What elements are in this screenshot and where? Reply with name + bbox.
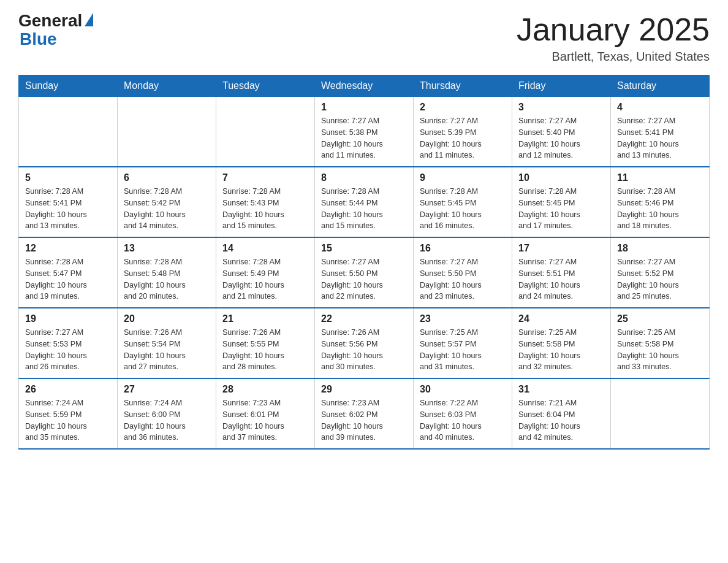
calendar-cell: 12Sunrise: 7:28 AMSunset: 5:47 PMDayligh… xyxy=(19,237,118,308)
day-info: Sunrise: 7:27 AMSunset: 5:40 PMDaylight:… xyxy=(518,115,604,161)
day-info: Sunrise: 7:28 AMSunset: 5:43 PMDaylight:… xyxy=(222,186,308,232)
calendar-cell: 6Sunrise: 7:28 AMSunset: 5:42 PMDaylight… xyxy=(118,167,216,237)
calendar-cell: 21Sunrise: 7:26 AMSunset: 5:55 PMDayligh… xyxy=(216,308,315,378)
day-number: 7 xyxy=(222,172,308,183)
calendar-cell: 22Sunrise: 7:26 AMSunset: 5:56 PMDayligh… xyxy=(315,308,414,378)
calendar-cell: 26Sunrise: 7:24 AMSunset: 5:59 PMDayligh… xyxy=(19,378,118,449)
calendar-cell: 5Sunrise: 7:28 AMSunset: 5:41 PMDaylight… xyxy=(19,167,118,237)
calendar-cell xyxy=(118,97,216,167)
day-info: Sunrise: 7:24 AMSunset: 5:59 PMDaylight:… xyxy=(25,397,111,443)
calendar-cell: 10Sunrise: 7:28 AMSunset: 5:45 PMDayligh… xyxy=(512,167,611,237)
day-info: Sunrise: 7:27 AMSunset: 5:38 PMDaylight:… xyxy=(321,115,407,161)
logo: General Blue xyxy=(18,12,93,48)
day-number: 28 xyxy=(222,384,308,395)
title-area: January 2025 Bartlett, Texas, United Sta… xyxy=(517,12,710,64)
day-info: Sunrise: 7:28 AMSunset: 5:41 PMDaylight:… xyxy=(25,186,111,232)
day-number: 17 xyxy=(518,243,604,254)
day-number: 3 xyxy=(518,102,604,113)
day-number: 2 xyxy=(420,102,506,113)
calendar-cell: 27Sunrise: 7:24 AMSunset: 6:00 PMDayligh… xyxy=(118,378,216,449)
day-number: 29 xyxy=(321,384,407,395)
calendar-cell: 30Sunrise: 7:22 AMSunset: 6:03 PMDayligh… xyxy=(414,378,512,449)
day-number: 31 xyxy=(518,384,604,395)
day-info: Sunrise: 7:25 AMSunset: 5:58 PMDaylight:… xyxy=(518,327,604,373)
day-info: Sunrise: 7:27 AMSunset: 5:50 PMDaylight:… xyxy=(420,256,506,302)
day-info: Sunrise: 7:22 AMSunset: 6:03 PMDaylight:… xyxy=(420,397,506,443)
day-number: 8 xyxy=(321,172,407,183)
day-number: 14 xyxy=(222,243,308,254)
day-number: 6 xyxy=(124,172,210,183)
calendar-cell xyxy=(611,378,710,449)
logo-blue-text: Blue xyxy=(18,31,57,48)
day-number: 26 xyxy=(25,384,111,395)
day-info: Sunrise: 7:27 AMSunset: 5:53 PMDaylight:… xyxy=(25,327,111,373)
day-info: Sunrise: 7:28 AMSunset: 5:45 PMDaylight:… xyxy=(420,186,506,232)
day-number: 22 xyxy=(321,313,407,324)
calendar-cell: 20Sunrise: 7:26 AMSunset: 5:54 PMDayligh… xyxy=(118,308,216,378)
calendar-cell: 18Sunrise: 7:27 AMSunset: 5:52 PMDayligh… xyxy=(611,237,710,308)
week-row-3: 12Sunrise: 7:28 AMSunset: 5:47 PMDayligh… xyxy=(19,237,710,308)
day-number: 27 xyxy=(124,384,210,395)
day-info: Sunrise: 7:21 AMSunset: 6:04 PMDaylight:… xyxy=(518,397,604,443)
calendar-cell: 1Sunrise: 7:27 AMSunset: 5:38 PMDaylight… xyxy=(315,97,414,167)
calendar-cell: 28Sunrise: 7:23 AMSunset: 6:01 PMDayligh… xyxy=(216,378,315,449)
day-info: Sunrise: 7:25 AMSunset: 5:57 PMDaylight:… xyxy=(420,327,506,373)
day-info: Sunrise: 7:26 AMSunset: 5:54 PMDaylight:… xyxy=(124,327,210,373)
calendar-table: SundayMondayTuesdayWednesdayThursdayFrid… xyxy=(18,75,710,450)
logo-top: General xyxy=(18,12,93,29)
day-info: Sunrise: 7:24 AMSunset: 6:00 PMDaylight:… xyxy=(124,397,210,443)
day-number: 19 xyxy=(25,313,111,324)
calendar-cell: 9Sunrise: 7:28 AMSunset: 5:45 PMDaylight… xyxy=(414,167,512,237)
calendar-cell: 13Sunrise: 7:28 AMSunset: 5:48 PMDayligh… xyxy=(118,237,216,308)
weekday-header-friday: Friday xyxy=(512,75,611,97)
day-number: 12 xyxy=(25,243,111,254)
day-number: 25 xyxy=(617,313,703,324)
calendar-cell: 2Sunrise: 7:27 AMSunset: 5:39 PMDaylight… xyxy=(414,97,512,167)
calendar-cell: 23Sunrise: 7:25 AMSunset: 5:57 PMDayligh… xyxy=(414,308,512,378)
calendar-cell: 8Sunrise: 7:28 AMSunset: 5:44 PMDaylight… xyxy=(315,167,414,237)
day-info: Sunrise: 7:28 AMSunset: 5:44 PMDaylight:… xyxy=(321,186,407,232)
day-info: Sunrise: 7:27 AMSunset: 5:52 PMDaylight:… xyxy=(617,256,703,302)
day-info: Sunrise: 7:28 AMSunset: 5:47 PMDaylight:… xyxy=(25,256,111,302)
day-info: Sunrise: 7:27 AMSunset: 5:51 PMDaylight:… xyxy=(518,256,604,302)
location-subtitle: Bartlett, Texas, United States xyxy=(517,50,710,64)
day-number: 15 xyxy=(321,243,407,254)
day-info: Sunrise: 7:28 AMSunset: 5:45 PMDaylight:… xyxy=(518,186,604,232)
day-info: Sunrise: 7:23 AMSunset: 6:02 PMDaylight:… xyxy=(321,397,407,443)
calendar-cell: 7Sunrise: 7:28 AMSunset: 5:43 PMDaylight… xyxy=(216,167,315,237)
day-info: Sunrise: 7:27 AMSunset: 5:50 PMDaylight:… xyxy=(321,256,407,302)
calendar-cell: 17Sunrise: 7:27 AMSunset: 5:51 PMDayligh… xyxy=(512,237,611,308)
calendar-cell: 14Sunrise: 7:28 AMSunset: 5:49 PMDayligh… xyxy=(216,237,315,308)
day-number: 1 xyxy=(321,102,407,113)
weekday-header-row: SundayMondayTuesdayWednesdayThursdayFrid… xyxy=(19,75,710,97)
day-info: Sunrise: 7:25 AMSunset: 5:58 PMDaylight:… xyxy=(617,327,703,373)
calendar-cell xyxy=(19,97,118,167)
day-info: Sunrise: 7:28 AMSunset: 5:46 PMDaylight:… xyxy=(617,186,703,232)
day-number: 30 xyxy=(420,384,506,395)
calendar-cell: 29Sunrise: 7:23 AMSunset: 6:02 PMDayligh… xyxy=(315,378,414,449)
day-info: Sunrise: 7:26 AMSunset: 5:56 PMDaylight:… xyxy=(321,327,407,373)
weekday-header-tuesday: Tuesday xyxy=(216,75,315,97)
week-row-5: 26Sunrise: 7:24 AMSunset: 5:59 PMDayligh… xyxy=(19,378,710,449)
day-number: 10 xyxy=(518,172,604,183)
calendar-cell: 11Sunrise: 7:28 AMSunset: 5:46 PMDayligh… xyxy=(611,167,710,237)
day-number: 13 xyxy=(124,243,210,254)
week-row-2: 5Sunrise: 7:28 AMSunset: 5:41 PMDaylight… xyxy=(19,167,710,237)
day-info: Sunrise: 7:26 AMSunset: 5:55 PMDaylight:… xyxy=(222,327,308,373)
day-info: Sunrise: 7:27 AMSunset: 5:39 PMDaylight:… xyxy=(420,115,506,161)
day-info: Sunrise: 7:27 AMSunset: 5:41 PMDaylight:… xyxy=(617,115,703,161)
day-number: 16 xyxy=(420,243,506,254)
day-number: 23 xyxy=(420,313,506,324)
calendar-cell: 15Sunrise: 7:27 AMSunset: 5:50 PMDayligh… xyxy=(315,237,414,308)
day-number: 20 xyxy=(124,313,210,324)
page-header: General Blue January 2025 Bartlett, Texa… xyxy=(18,12,710,64)
weekday-header-sunday: Sunday xyxy=(19,75,118,97)
calendar-cell: 31Sunrise: 7:21 AMSunset: 6:04 PMDayligh… xyxy=(512,378,611,449)
calendar-cell: 16Sunrise: 7:27 AMSunset: 5:50 PMDayligh… xyxy=(414,237,512,308)
weekday-header-monday: Monday xyxy=(118,75,216,97)
day-number: 5 xyxy=(25,172,111,183)
weekday-header-wednesday: Wednesday xyxy=(315,75,414,97)
day-number: 4 xyxy=(617,102,703,113)
calendar-cell: 24Sunrise: 7:25 AMSunset: 5:58 PMDayligh… xyxy=(512,308,611,378)
day-info: Sunrise: 7:28 AMSunset: 5:48 PMDaylight:… xyxy=(124,256,210,302)
